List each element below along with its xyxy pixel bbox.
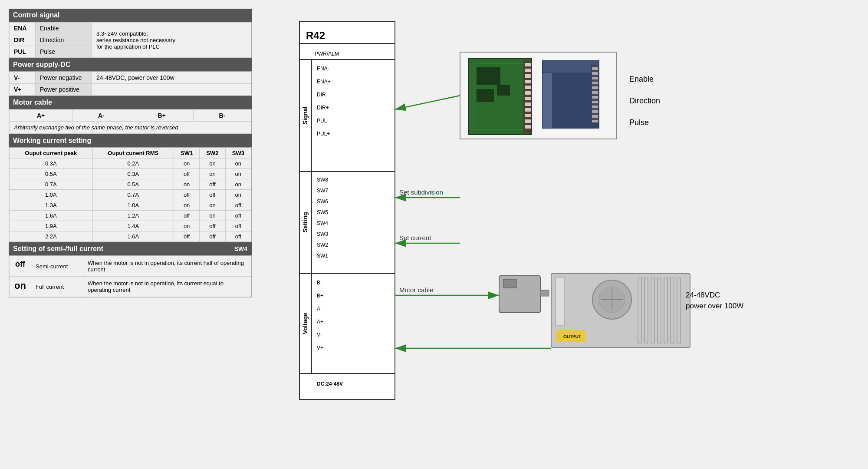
table-row: 0.3A0.2Aononon: [10, 159, 251, 169]
cell-sw1: off: [174, 231, 199, 242]
cell-sw1: on: [174, 221, 199, 231]
svg-rect-41: [592, 110, 598, 113]
table-row: 1.6A1.2Aoffonoff: [10, 211, 251, 221]
svg-rect-66: [556, 330, 586, 342]
cell-sw3: off: [225, 221, 251, 231]
semi-current-name: Semi-current: [31, 256, 83, 277]
pulse-label: Pulse: [629, 118, 649, 127]
svg-line-46: [395, 96, 460, 109]
cell-rms: 1.0A: [92, 200, 174, 211]
psu-text-label2: power over 100W: [686, 302, 743, 310]
pin-v-minus: V-: [317, 332, 322, 338]
dc-label: DC:24-48V: [317, 381, 343, 387]
control-signal-section: Control signal ENA Enable 3.3~24V compat…: [9, 9, 252, 58]
enable-label: Enable: [629, 75, 654, 83]
cell-sw3: off: [225, 231, 251, 242]
cell-sw2: off: [200, 190, 225, 200]
working-current-section: Working current setting Ouput current pe…: [9, 134, 252, 242]
svg-rect-63: [664, 278, 667, 343]
cell-rms: 1.6A: [92, 231, 174, 242]
cell-sw2: on: [200, 211, 225, 221]
full-current-name: Full current: [31, 277, 83, 297]
semi-full-title: Setting of semi-/full current: [13, 245, 103, 253]
right-panel: R42 PWR/ALM Signal ENA- ENA+ DIR- DIR+ P…: [265, 9, 859, 460]
svg-rect-62: [658, 278, 661, 343]
motor-cable-row: A+ A- B+ B-: [10, 110, 251, 122]
svg-rect-34: [592, 77, 598, 79]
voltage-section-label: Voltage: [302, 313, 309, 334]
ena-code: ENA: [10, 23, 36, 34]
cell-rms: 0.5A: [92, 179, 174, 190]
svg-rect-15: [524, 61, 532, 132]
pin-sw4: SW4: [317, 220, 328, 226]
r42-title: R42: [306, 30, 325, 41]
cell-sw3: on: [225, 179, 251, 190]
svg-rect-54: [551, 274, 690, 347]
power-desc-empty: [92, 84, 251, 96]
svg-rect-38: [592, 96, 598, 99]
cell-peak: 1.3A: [10, 200, 93, 211]
cell-sw3: on: [225, 169, 251, 179]
svg-rect-40: [592, 106, 598, 108]
motor-note: Arbitrarily exchange two of the same pha…: [9, 122, 251, 134]
ena-name: Enable: [36, 23, 92, 34]
cell-peak: 1.9A: [10, 221, 93, 231]
cell-rms: 1.2A: [92, 211, 174, 221]
pin-sw6: SW6: [317, 198, 328, 205]
pin-b-plus: B+: [317, 293, 323, 299]
pin-pul-minus: PUL-: [317, 118, 329, 124]
pin-ena-minus: ENA-: [317, 66, 329, 72]
svg-rect-14: [497, 85, 510, 96]
semi-full-header-bar: Setting of semi-/full current SW4: [9, 242, 252, 255]
svg-rect-28: [542, 61, 599, 128]
svg-rect-22: [525, 97, 531, 100]
cell-sw1: off: [174, 211, 199, 221]
off-switch: off: [10, 256, 31, 277]
set-current-label: Set current: [399, 234, 431, 241]
svg-rect-12: [477, 67, 500, 85]
pin-sw7: SW7: [317, 188, 328, 194]
table-row: 1.9A1.4Aonoffoff: [10, 221, 251, 231]
cell-sw2: off: [200, 231, 225, 242]
aminus-col: A-: [72, 110, 130, 122]
cell-peak: 0.7A: [10, 179, 93, 190]
cell-sw3: off: [225, 200, 251, 211]
svg-rect-9: [460, 52, 616, 139]
col-sw2: SW2: [200, 148, 225, 159]
setting-section-label: Setting: [302, 212, 309, 232]
pin-dir-minus: DIR-: [317, 92, 328, 98]
cell-rms: 0.7A: [92, 190, 174, 200]
svg-rect-26: [525, 119, 531, 123]
svg-rect-59: [638, 278, 641, 343]
table-row: V- Power negative 24-48VDC, power over 1…: [10, 72, 251, 84]
table-row: 0.7A0.5Aonoffon: [10, 179, 251, 190]
svg-rect-60: [644, 278, 648, 343]
svg-rect-36: [592, 86, 598, 89]
table-row: V+ Power positive: [10, 84, 251, 96]
svg-rect-50: [540, 290, 549, 296]
col-rms: Ouput cunent RMS: [92, 148, 174, 159]
control-signal-desc: 3.3~24V compatible; series resistance no…: [92, 23, 251, 58]
working-current-header-row: Ouput current peak Ouput cunent RMS SW1 …: [10, 148, 251, 159]
svg-rect-16: [525, 63, 531, 66]
pin-dir-plus: DIR+: [317, 105, 329, 111]
pin-v-plus: V+: [317, 345, 323, 351]
table-row: 2.2A1.6Aoffoffoff: [10, 231, 251, 242]
on-switch: on: [10, 277, 31, 297]
col-sw3: SW3: [225, 148, 251, 159]
cell-sw1: off: [174, 169, 199, 179]
signal-section-label: Signal: [302, 106, 309, 125]
vminus-code: V-: [10, 72, 36, 84]
svg-rect-27: [525, 125, 531, 129]
motor-cable-header: Motor cable: [9, 96, 252, 109]
svg-rect-39: [592, 101, 598, 103]
pin-a-plus: A+: [317, 319, 323, 325]
svg-rect-17: [525, 69, 531, 72]
svg-point-56: [599, 287, 625, 313]
pin-sw1: SW1: [317, 253, 328, 259]
pin-ena-plus: ENA+: [317, 79, 331, 85]
cell-sw2: on: [200, 169, 225, 179]
bminus-col: B-: [193, 110, 251, 122]
motor-cable-arrow-label: Motor cable: [399, 286, 433, 294]
svg-rect-18: [525, 74, 531, 78]
